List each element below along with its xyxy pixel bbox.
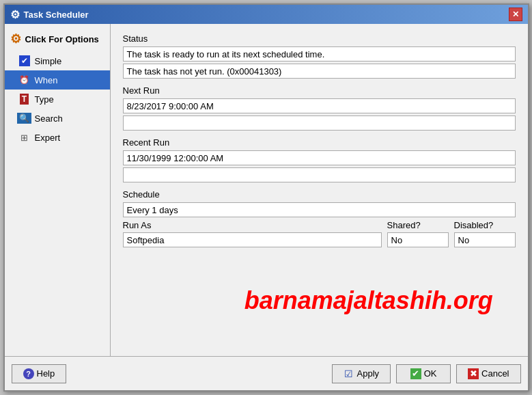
disabled-label: Disabled? xyxy=(454,220,516,230)
main-content: Status The task is ready to run at its n… xyxy=(111,24,528,356)
footer-left: ? Help xyxy=(12,364,67,383)
cancel-icon: ✖ xyxy=(468,368,479,379)
disabled-field[interactable]: No xyxy=(454,232,516,247)
ok-button[interactable]: ✔ OK xyxy=(396,364,451,383)
close-button[interactable]: ✕ xyxy=(509,8,522,21)
window-title: Task Scheduler xyxy=(24,10,89,20)
sidebar-item-type[interactable]: T Type xyxy=(5,90,110,109)
help-icon: ? xyxy=(23,368,34,379)
sidebar-item-simple[interactable]: ✔ Simple xyxy=(5,51,110,70)
type-icon: T xyxy=(18,93,31,105)
status-label: Status xyxy=(123,33,516,44)
status-field-2: The task has not yet run. (0x00041303) xyxy=(123,64,516,79)
content-area: ⚙ Click For Options ✔ Simple ⏰ When T xyxy=(5,24,528,356)
recent-run-label: Recent Run xyxy=(123,137,516,148)
sidebar-item-label-type: Type xyxy=(35,94,54,105)
help-label: Help xyxy=(37,368,55,379)
apply-button[interactable]: ☑ Apply xyxy=(332,364,391,383)
expert-icon: ⊞ xyxy=(18,131,31,144)
cancel-label: Cancel xyxy=(481,368,509,379)
apply-icon: ☑ xyxy=(344,368,354,379)
sidebar-item-label-simple: Simple xyxy=(35,56,62,66)
sidebar-item-expert[interactable]: ⊞ Expert xyxy=(5,128,110,147)
next-run-field[interactable]: 8/23/2017 9:00:00 AM xyxy=(123,98,516,113)
footer-right: ☑ Apply ✔ OK ✖ Cancel xyxy=(332,364,521,383)
sidebar-item-label-search: Search xyxy=(35,113,63,124)
recent-run-field[interactable]: 11/30/1999 12:00:00 AM xyxy=(123,150,516,165)
schedule-field[interactable]: Every 1 days xyxy=(123,202,516,217)
next-run-label: Next Run xyxy=(123,85,516,96)
sidebar-header[interactable]: ⚙ Click For Options xyxy=(5,27,110,51)
disabled-group: Disabled? No xyxy=(454,220,516,249)
bottom-fields-row: Run As Softpedia Shared? No Disabled? No xyxy=(123,220,516,249)
options-icon: ⚙ xyxy=(9,32,23,46)
recent-run-field-2[interactable] xyxy=(123,167,516,182)
search-icon: 🔍 xyxy=(18,112,31,124)
run-as-label: Run As xyxy=(123,220,382,230)
sidebar-item-label-when: When xyxy=(35,75,58,85)
watermark: barnamajaltashih.org xyxy=(244,286,493,315)
footer: ? Help ☑ Apply ✔ OK ✖ Cancel xyxy=(5,356,528,390)
simple-icon: ✔ xyxy=(18,55,31,67)
sidebar-item-when[interactable]: ⏰ When xyxy=(5,70,110,90)
when-icon: ⏰ xyxy=(18,74,31,86)
apply-label: Apply xyxy=(357,368,380,379)
help-button[interactable]: ? Help xyxy=(12,364,67,383)
status-field-1: The task is ready to run at its next sch… xyxy=(123,46,516,62)
sidebar-item-search[interactable]: 🔍 Search xyxy=(5,109,110,128)
run-as-field[interactable]: Softpedia xyxy=(123,232,382,247)
run-as-group: Run As Softpedia xyxy=(123,220,382,249)
shared-group: Shared? No xyxy=(387,220,449,249)
ok-label: OK xyxy=(424,368,437,379)
main-window: ⚙ Task Scheduler ✕ ⚙ Click For Options ✔… xyxy=(3,3,529,392)
sidebar: ⚙ Click For Options ✔ Simple ⏰ When T xyxy=(5,24,111,356)
title-bar: ⚙ Task Scheduler ✕ xyxy=(5,5,528,24)
schedule-label: Schedule xyxy=(123,189,516,200)
shared-label: Shared? xyxy=(387,220,449,230)
cancel-button[interactable]: ✖ Cancel xyxy=(456,364,520,383)
ok-icon: ✔ xyxy=(410,368,421,379)
title-bar-left: ⚙ Task Scheduler xyxy=(10,8,89,21)
next-run-field-2[interactable] xyxy=(123,115,516,131)
sidebar-header-label: Click For Options xyxy=(25,34,99,44)
sidebar-item-label-expert: Expert xyxy=(35,133,61,143)
shared-field[interactable]: No xyxy=(387,232,449,247)
